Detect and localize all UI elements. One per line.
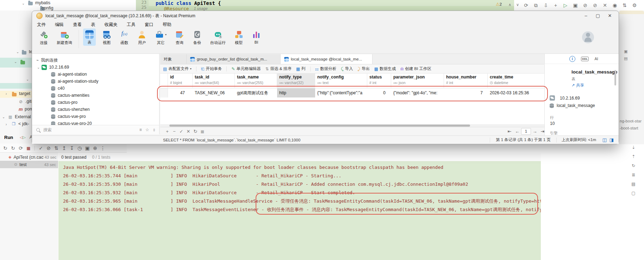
apply-icon[interactable]: ✓	[178, 129, 185, 134]
tree-item-gitignore[interactable]: .gitign	[25, 99, 32, 104]
grid-data-row[interactable]: 47 TASK_NEW_06 gpt调用测试任务 http {"http":{"…	[160, 88, 574, 97]
toolbar-query[interactable]: 查询	[173, 28, 186, 46]
test-tree-row-selected[interactable]: ⊙ test 43 sec	[0, 161, 58, 168]
import-button[interactable]: ⤹导入	[341, 66, 353, 71]
data-analysis-button[interactable]: ⚏数据分析	[315, 66, 337, 71]
column-header-task-id[interactable]: task_idᴀʙᴄvarchar(64)	[193, 74, 235, 88]
next-page-icon[interactable]: →	[531, 129, 539, 134]
panel-icon[interactable]: ▣	[624, 49, 627, 54]
chevron-right-icon[interactable]: ›	[6, 92, 7, 96]
refresh-icon[interactable]: ↻	[192, 129, 199, 134]
run-icon[interactable]: ▷	[561, 2, 570, 8]
toolbar-backup[interactable]: 备份	[190, 28, 204, 46]
sidebar-database-item[interactable]: cactus-vue-pro	[32, 113, 159, 120]
menu-item[interactable]: 帮助	[163, 21, 171, 29]
sidebar-database-item[interactable]: cactus-shenzhen	[32, 106, 159, 113]
panel-scrollbar[interactable]	[614, 70, 616, 85]
minimize-button[interactable]: –	[580, 12, 592, 20]
toolbar-function[interactable]: f(x) 函数	[118, 28, 131, 46]
maximize-button[interactable]: ▢	[592, 12, 604, 20]
data-generation-button[interactable]: ▩数据生成	[374, 66, 396, 71]
chevron-right-icon[interactable]: ›	[6, 122, 7, 126]
tree-item-jdk[interactable]: < jdk-	[18, 121, 29, 126]
delete-icon[interactable]: ▢	[631, 191, 635, 196]
toolbar-view[interactable]: 视图	[100, 28, 113, 46]
column-header-house-number[interactable]: house_number#int	[444, 74, 488, 88]
column-header-task-name[interactable]: task_nameᴀʙᴄvarchar(255)	[235, 74, 277, 88]
cell-task-name[interactable]: gpt调用测试任务	[235, 88, 277, 97]
print-icon[interactable]: ≣	[632, 172, 635, 177]
stop-icon[interactable]: ✕	[601, 2, 609, 8]
menu-item[interactable]: 文件	[37, 21, 46, 29]
scroll-down-icon[interactable]: ⇣	[632, 145, 635, 150]
sort-icon[interactable]: ⇅	[52, 145, 60, 151]
menu-item[interactable]: 表	[91, 21, 95, 29]
menu-item[interactable]: 编辑	[55, 21, 64, 29]
begin-transaction-button[interactable]: ⎗开始事务	[201, 66, 222, 71]
column-header-create-time[interactable]: create_timedatetime	[488, 74, 542, 88]
info-tab-icon[interactable]: i	[569, 56, 575, 62]
collapse-icon[interactable]: ⇳	[153, 128, 156, 132]
delete-record-icon[interactable]: −	[171, 129, 178, 134]
chevron-down-icon[interactable]: ⌄	[14, 60, 17, 64]
coverage-icon[interactable]: ⊘	[591, 2, 599, 8]
tab-group-buy-order-list[interactable]: group_buy_order_list @local_task_m...	[187, 54, 281, 64]
cell-notify-config[interactable]: {"http":{"contentType":"a	[315, 88, 367, 97]
sidebar-database-item[interactable]: c40	[32, 85, 159, 92]
soft-wrap-icon[interactable]: ↻	[632, 163, 635, 168]
rerun-icon[interactable]: ↻	[1, 145, 9, 151]
prev-warning-icon[interactable]: ∧	[508, 2, 511, 7]
navicat-titlebar[interactable]: local_task_message @local_task_message (…	[32, 11, 619, 21]
user-avatar[interactable]	[582, 31, 594, 43]
scroll-up-icon[interactable]: ⇡	[632, 154, 635, 159]
toolbar-model[interactable]: 模型	[232, 28, 245, 46]
cell-house-number[interactable]: 7	[444, 88, 488, 97]
menu-item[interactable]: 工具	[127, 21, 136, 29]
menu-item[interactable]: 窗口	[145, 21, 154, 29]
scrollbar-thumb[interactable]	[169, 125, 470, 127]
table-profile-button[interactable]: ▤表配置文件▾	[163, 66, 192, 71]
sidebar-root-connection[interactable]: ⌁ 我的连接	[32, 57, 159, 64]
show-passed-icon[interactable]: ✓	[37, 145, 45, 151]
toolbar-table[interactable]: 表	[83, 28, 96, 46]
updown-icon[interactable]: ⇅	[620, 2, 629, 8]
cell-task-id[interactable]: TASK_NEW_06	[193, 88, 235, 97]
run-console[interactable]: Java HotSpot(TM) 64-Bit Server VM warnin…	[58, 161, 541, 260]
show-info-toggle[interactable]: ◨	[608, 137, 615, 142]
cell-parameter-json[interactable]: {"model": "gpt-4o", "me:	[391, 88, 444, 97]
column-header-notify-config[interactable]: notify_configᴀʙᴄtext	[315, 74, 367, 88]
chevron-down-icon[interactable]: ⌄	[2, 115, 5, 119]
explorer-item-mybatis[interactable]: mybatis	[35, 0, 50, 5]
horizontal-scrollbar[interactable]	[161, 124, 575, 127]
clear-icon[interactable]: ▤	[631, 182, 635, 186]
settings-gear-icon[interactable]: ⚙	[630, 2, 639, 8]
more-icon[interactable]: ⋮	[99, 145, 107, 151]
rerun-failed-icon[interactable]: ↻	[9, 145, 17, 151]
toolbar-others[interactable]: ▾ 其它	[153, 28, 169, 46]
sidebar-database-item[interactable]: ai-agent-station-study	[32, 78, 159, 85]
menu-item[interactable]: 收藏夹	[105, 21, 118, 29]
prev-page-icon[interactable]: ←	[513, 129, 521, 134]
close-button[interactable]: ✕	[604, 12, 616, 20]
toolbar-new-query[interactable]: 新建查询	[55, 28, 74, 46]
show-sidebar-toggle[interactable]: ◫	[601, 137, 608, 142]
stop-icon[interactable]: ◼	[199, 129, 206, 134]
next-warning-icon[interactable]: ∨	[516, 2, 519, 7]
add-icon[interactable]: +	[551, 2, 560, 8]
export-button[interactable]: ⤸导出	[357, 66, 369, 71]
debug-disabled-icon[interactable]: ⊘	[581, 2, 589, 8]
tab-ai[interactable]: AI	[594, 57, 598, 61]
stop-icon[interactable]: ◼	[25, 145, 32, 151]
snapshot-icon[interactable]: ▣	[83, 145, 91, 151]
sync-icon[interactable]: ⟳	[522, 2, 530, 8]
warning-icon[interactable]: ⚠2	[496, 2, 502, 7]
toolbar-connection[interactable]: 连接	[37, 28, 50, 46]
tree-selected-row[interactable]: ⌄	[0, 58, 32, 68]
column-header-id[interactable]: id#bigint	[168, 74, 193, 88]
toolbar-user[interactable]: 用户	[135, 28, 149, 46]
expand-all-icon[interactable]: ↥	[60, 145, 68, 151]
sidebar-connection-10-2-16-69[interactable]: ⌄ 10.2.16.69	[32, 64, 159, 71]
search-input[interactable]: 搜索	[43, 127, 52, 133]
chevron-down-icon[interactable]: ⌄	[16, 50, 19, 54]
toolbar-bi[interactable]: BI	[250, 28, 263, 45]
